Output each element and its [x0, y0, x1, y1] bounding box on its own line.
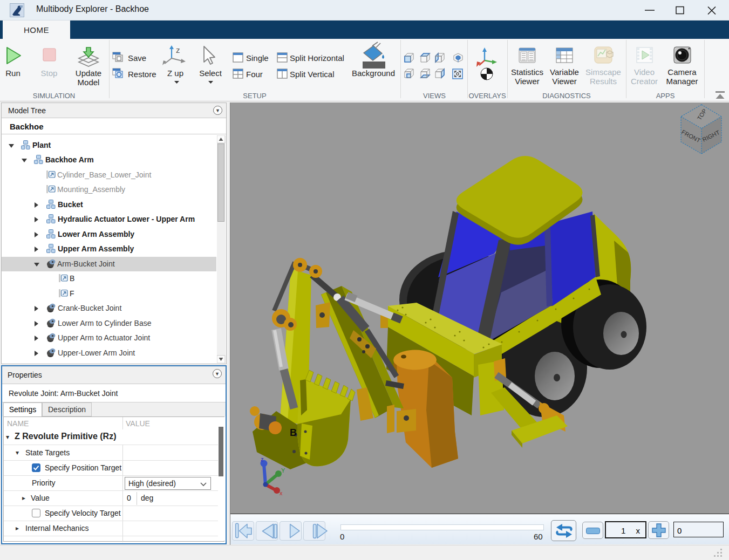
svg-text:z: z [176, 45, 180, 54]
svg-text:Y: Y [281, 467, 285, 474]
svg-text:z: z [261, 456, 264, 462]
svg-text:x: x [280, 490, 283, 496]
svg-text:B: B [290, 427, 297, 438]
